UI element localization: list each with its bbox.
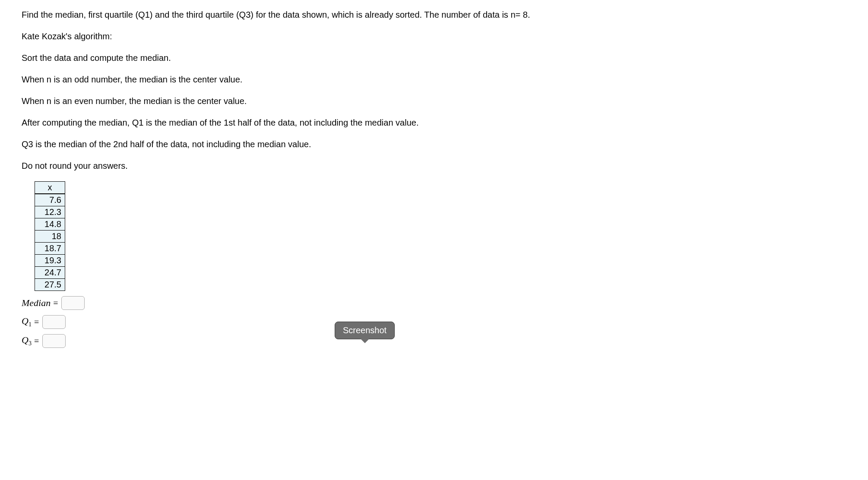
equals-sign: = xyxy=(34,317,39,327)
table-row: 14.8 xyxy=(35,218,65,231)
question-content: Find the median, first quartile (Q1) and… xyxy=(22,9,842,348)
table-row: 18.7 xyxy=(35,243,65,255)
data-table: x 7.6 12.3 14.8 18 18.7 19.3 24.7 27.5 xyxy=(35,181,65,291)
equals-sign: = xyxy=(34,336,39,346)
q1-input[interactable] xyxy=(42,315,66,329)
median-input[interactable] xyxy=(61,296,85,310)
step-even: When n is an even number, the median is … xyxy=(22,95,842,107)
q1-label: Q1 xyxy=(22,316,32,328)
question-intro: Find the median, first quartile (Q1) and… xyxy=(22,9,842,21)
algorithm-title: Kate Kozak's algorithm: xyxy=(22,30,842,42)
median-label: Median xyxy=(22,297,51,309)
table-row: 24.7 xyxy=(35,267,65,279)
no-round: Do not round your answers. xyxy=(22,160,842,172)
q1-row: Q1 = xyxy=(22,315,842,329)
step-q1: After computing the median, Q1 is the me… xyxy=(22,117,842,129)
table-row: 18 xyxy=(35,231,65,243)
answers-section: Median = Q1 = Q3 = xyxy=(22,296,842,348)
table-header-x: x xyxy=(35,182,65,194)
table-row: 19.3 xyxy=(35,255,65,267)
step-q3: Q3 is the median of the 2nd half of the … xyxy=(22,138,842,150)
step-sort: Sort the data and compute the median. xyxy=(22,52,842,64)
q3-row: Q3 = xyxy=(22,334,842,348)
table-row: 7.6 xyxy=(35,194,65,206)
equals-sign: = xyxy=(53,298,58,308)
q3-input[interactable] xyxy=(42,334,66,348)
median-row: Median = xyxy=(22,296,842,310)
table-row: 27.5 xyxy=(35,279,65,291)
table-row: 12.3 xyxy=(35,206,65,218)
step-odd: When n is an odd number, the median is t… xyxy=(22,73,842,85)
screenshot-tooltip: Screenshot xyxy=(335,322,395,339)
q3-label: Q3 xyxy=(22,335,32,347)
